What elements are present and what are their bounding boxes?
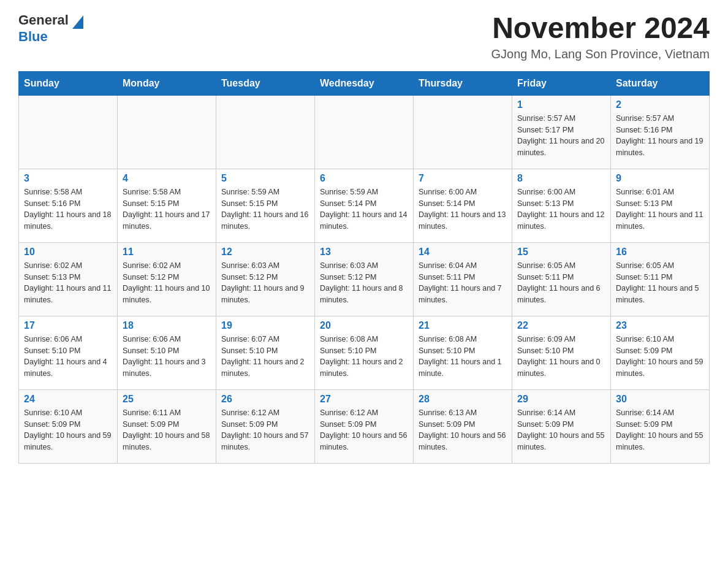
calendar-cell: 16Sunrise: 6:05 AM Sunset: 5:11 PM Dayli… bbox=[611, 242, 710, 316]
calendar-cell: 1Sunrise: 5:57 AM Sunset: 5:17 PM Daylig… bbox=[512, 95, 611, 169]
day-number: 29 bbox=[517, 394, 605, 405]
day-number: 1 bbox=[517, 99, 605, 110]
day-number: 7 bbox=[419, 173, 507, 184]
logo-triangle-icon bbox=[72, 15, 83, 29]
day-info: Sunrise: 6:14 AM Sunset: 5:09 PM Dayligh… bbox=[616, 407, 704, 453]
day-number: 12 bbox=[221, 247, 309, 258]
calendar-cell: 3Sunrise: 5:58 AM Sunset: 5:16 PM Daylig… bbox=[19, 169, 118, 242]
day-number: 14 bbox=[419, 247, 507, 258]
calendar-cell: 8Sunrise: 6:00 AM Sunset: 5:13 PM Daylig… bbox=[512, 169, 611, 242]
day-number: 24 bbox=[24, 394, 112, 405]
day-info: Sunrise: 5:59 AM Sunset: 5:15 PM Dayligh… bbox=[221, 186, 309, 232]
day-number: 26 bbox=[221, 394, 309, 405]
calendar-cell bbox=[19, 95, 118, 169]
weekday-header-monday: Monday bbox=[118, 71, 216, 95]
logo-general-text: General bbox=[18, 12, 69, 28]
calendar-cell bbox=[414, 95, 512, 169]
day-info: Sunrise: 6:05 AM Sunset: 5:11 PM Dayligh… bbox=[517, 260, 605, 306]
weekday-header-tuesday: Tuesday bbox=[216, 71, 315, 95]
day-number: 21 bbox=[419, 320, 507, 331]
day-number: 16 bbox=[616, 247, 704, 258]
day-number: 18 bbox=[123, 320, 211, 331]
calendar-week-row: 3Sunrise: 5:58 AM Sunset: 5:16 PM Daylig… bbox=[19, 169, 710, 242]
weekday-header-wednesday: Wednesday bbox=[315, 71, 414, 95]
day-info: Sunrise: 6:05 AM Sunset: 5:11 PM Dayligh… bbox=[616, 260, 704, 306]
day-info: Sunrise: 6:10 AM Sunset: 5:09 PM Dayligh… bbox=[24, 407, 112, 453]
day-number: 15 bbox=[517, 247, 605, 258]
day-number: 11 bbox=[123, 247, 211, 258]
day-number: 20 bbox=[320, 320, 408, 331]
day-number: 19 bbox=[221, 320, 309, 331]
day-info: Sunrise: 6:10 AM Sunset: 5:09 PM Dayligh… bbox=[616, 334, 704, 380]
day-info: Sunrise: 5:58 AM Sunset: 5:15 PM Dayligh… bbox=[123, 186, 211, 232]
calendar-cell: 19Sunrise: 6:07 AM Sunset: 5:10 PM Dayli… bbox=[216, 316, 315, 389]
weekday-header-sunday: Sunday bbox=[19, 71, 118, 95]
day-number: 4 bbox=[123, 173, 211, 184]
day-info: Sunrise: 6:04 AM Sunset: 5:11 PM Dayligh… bbox=[419, 260, 507, 306]
day-number: 9 bbox=[616, 173, 704, 184]
calendar-cell: 4Sunrise: 5:58 AM Sunset: 5:15 PM Daylig… bbox=[118, 169, 216, 242]
title-area: November 2024 GJong Mo, Lang Son Provinc… bbox=[491, 12, 710, 61]
logo-blue-text: Blue bbox=[18, 29, 48, 44]
calendar-table: SundayMondayTuesdayWednesdayThursdayFrid… bbox=[18, 71, 710, 464]
calendar-week-row: 24Sunrise: 6:10 AM Sunset: 5:09 PM Dayli… bbox=[19, 389, 710, 463]
calendar-cell bbox=[216, 95, 315, 169]
day-info: Sunrise: 6:02 AM Sunset: 5:13 PM Dayligh… bbox=[24, 260, 112, 306]
calendar-cell: 9Sunrise: 6:01 AM Sunset: 5:13 PM Daylig… bbox=[611, 169, 710, 242]
calendar-cell: 30Sunrise: 6:14 AM Sunset: 5:09 PM Dayli… bbox=[611, 389, 710, 463]
day-number: 27 bbox=[320, 394, 408, 405]
calendar-cell: 26Sunrise: 6:12 AM Sunset: 5:09 PM Dayli… bbox=[216, 389, 315, 463]
day-info: Sunrise: 5:58 AM Sunset: 5:16 PM Dayligh… bbox=[24, 186, 112, 232]
day-info: Sunrise: 6:12 AM Sunset: 5:09 PM Dayligh… bbox=[320, 407, 408, 453]
day-number: 30 bbox=[616, 394, 704, 405]
calendar-cell: 2Sunrise: 5:57 AM Sunset: 5:16 PM Daylig… bbox=[611, 95, 710, 169]
calendar-cell: 10Sunrise: 6:02 AM Sunset: 5:13 PM Dayli… bbox=[19, 242, 118, 316]
calendar-cell: 18Sunrise: 6:06 AM Sunset: 5:10 PM Dayli… bbox=[118, 316, 216, 389]
calendar-cell: 12Sunrise: 6:03 AM Sunset: 5:12 PM Dayli… bbox=[216, 242, 315, 316]
day-info: Sunrise: 6:03 AM Sunset: 5:12 PM Dayligh… bbox=[320, 260, 408, 306]
calendar-cell: 27Sunrise: 6:12 AM Sunset: 5:09 PM Dayli… bbox=[315, 389, 414, 463]
day-number: 10 bbox=[24, 247, 112, 258]
day-info: Sunrise: 5:57 AM Sunset: 5:16 PM Dayligh… bbox=[616, 113, 704, 159]
calendar-cell: 17Sunrise: 6:06 AM Sunset: 5:10 PM Dayli… bbox=[19, 316, 118, 389]
day-info: Sunrise: 6:01 AM Sunset: 5:13 PM Dayligh… bbox=[616, 186, 704, 232]
day-number: 23 bbox=[616, 320, 704, 331]
calendar-cell: 24Sunrise: 6:10 AM Sunset: 5:09 PM Dayli… bbox=[19, 389, 118, 463]
calendar-cell: 6Sunrise: 5:59 AM Sunset: 5:14 PM Daylig… bbox=[315, 169, 414, 242]
calendar-cell: 11Sunrise: 6:02 AM Sunset: 5:12 PM Dayli… bbox=[118, 242, 216, 316]
day-info: Sunrise: 6:14 AM Sunset: 5:09 PM Dayligh… bbox=[517, 407, 605, 453]
calendar-week-row: 1Sunrise: 5:57 AM Sunset: 5:17 PM Daylig… bbox=[19, 95, 710, 169]
day-number: 8 bbox=[517, 173, 605, 184]
day-info: Sunrise: 6:08 AM Sunset: 5:10 PM Dayligh… bbox=[419, 334, 507, 380]
month-title: November 2024 bbox=[491, 12, 710, 45]
calendar-cell: 20Sunrise: 6:08 AM Sunset: 5:10 PM Dayli… bbox=[315, 316, 414, 389]
day-number: 28 bbox=[419, 394, 507, 405]
calendar-cell: 29Sunrise: 6:14 AM Sunset: 5:09 PM Dayli… bbox=[512, 389, 611, 463]
calendar-cell: 5Sunrise: 5:59 AM Sunset: 5:15 PM Daylig… bbox=[216, 169, 315, 242]
day-number: 17 bbox=[24, 320, 112, 331]
day-info: Sunrise: 6:12 AM Sunset: 5:09 PM Dayligh… bbox=[221, 407, 309, 453]
day-number: 25 bbox=[123, 394, 211, 405]
day-info: Sunrise: 6:07 AM Sunset: 5:10 PM Dayligh… bbox=[221, 334, 309, 380]
day-info: Sunrise: 6:09 AM Sunset: 5:10 PM Dayligh… bbox=[517, 334, 605, 380]
calendar-cell: 23Sunrise: 6:10 AM Sunset: 5:09 PM Dayli… bbox=[611, 316, 710, 389]
calendar-cell: 13Sunrise: 6:03 AM Sunset: 5:12 PM Dayli… bbox=[315, 242, 414, 316]
day-info: Sunrise: 6:11 AM Sunset: 5:09 PM Dayligh… bbox=[123, 407, 211, 453]
day-info: Sunrise: 6:00 AM Sunset: 5:14 PM Dayligh… bbox=[419, 186, 507, 232]
logo: General Blue bbox=[18, 12, 83, 45]
calendar-cell: 25Sunrise: 6:11 AM Sunset: 5:09 PM Dayli… bbox=[118, 389, 216, 463]
calendar-cell: 21Sunrise: 6:08 AM Sunset: 5:10 PM Dayli… bbox=[414, 316, 512, 389]
day-info: Sunrise: 5:59 AM Sunset: 5:14 PM Dayligh… bbox=[320, 186, 408, 232]
calendar-cell: 22Sunrise: 6:09 AM Sunset: 5:10 PM Dayli… bbox=[512, 316, 611, 389]
calendar-header-row: SundayMondayTuesdayWednesdayThursdayFrid… bbox=[19, 71, 710, 95]
weekday-header-friday: Friday bbox=[512, 71, 611, 95]
day-info: Sunrise: 6:08 AM Sunset: 5:10 PM Dayligh… bbox=[320, 334, 408, 380]
calendar-week-row: 17Sunrise: 6:06 AM Sunset: 5:10 PM Dayli… bbox=[19, 316, 710, 389]
calendar-cell: 15Sunrise: 6:05 AM Sunset: 5:11 PM Dayli… bbox=[512, 242, 611, 316]
weekday-header-thursday: Thursday bbox=[414, 71, 512, 95]
calendar-cell: 28Sunrise: 6:13 AM Sunset: 5:09 PM Dayli… bbox=[414, 389, 512, 463]
day-info: Sunrise: 6:13 AM Sunset: 5:09 PM Dayligh… bbox=[419, 407, 507, 453]
day-info: Sunrise: 5:57 AM Sunset: 5:17 PM Dayligh… bbox=[517, 113, 605, 159]
calendar-cell: 7Sunrise: 6:00 AM Sunset: 5:14 PM Daylig… bbox=[414, 169, 512, 242]
day-info: Sunrise: 6:06 AM Sunset: 5:10 PM Dayligh… bbox=[123, 334, 211, 380]
